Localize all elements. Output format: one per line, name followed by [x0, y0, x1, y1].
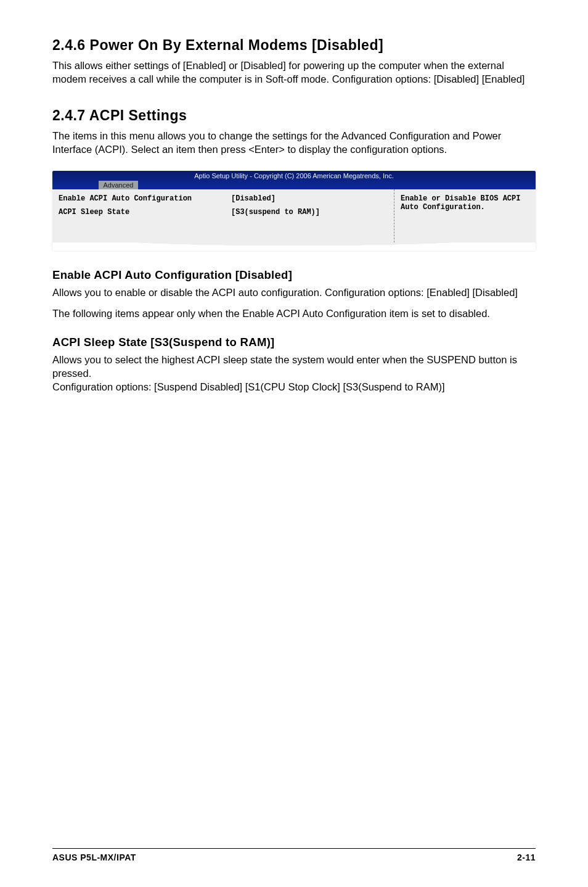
bios-bottom-curve-decoration	[52, 242, 536, 251]
section-247-heading: 2.4.7 ACPI Settings	[52, 107, 536, 124]
bios-row-value: [S3(suspend to RAM)]	[231, 208, 388, 217]
bios-header: Aptio Setup Utility - Copyright (C) 2006…	[52, 171, 536, 189]
sleep-state-heading: ACPI Sleep State [S3(Suspend to RAM)]	[52, 336, 536, 349]
bios-row: Enable ACPI Auto Configuration [Disabled…	[59, 194, 388, 203]
section-247: 2.4.7 ACPI Settings The items in this me…	[52, 107, 536, 157]
sleep-state-block: ACPI Sleep State [S3(Suspend to RAM)] Al…	[52, 336, 536, 394]
bios-row-value: [Disabled]	[231, 194, 388, 203]
enable-acpi-body1: Allows you to enable or disable the ACPI…	[52, 286, 536, 299]
footer-left: ASUS P5L-MX/IPAT	[52, 852, 136, 862]
enable-acpi-heading: Enable ACPI Auto Configuration [Disabled…	[52, 268, 536, 282]
enable-acpi-block: Enable ACPI Auto Configuration [Disabled…	[52, 268, 536, 321]
bios-row-label: ACPI Sleep State	[59, 208, 231, 217]
bios-header-text: Aptio Setup Utility - Copyright (C) 2006…	[52, 172, 536, 179]
bios-panel: Aptio Setup Utility - Copyright (C) 2006…	[52, 171, 536, 251]
sleep-state-body: Allows you to select the highest ACPI sl…	[52, 353, 536, 394]
bios-left-pane: Enable ACPI Auto Configuration [Disabled…	[52, 189, 394, 242]
section-247-body: The items in this menu allows you to cha…	[52, 129, 536, 157]
bios-row: ACPI Sleep State [S3(suspend to RAM)]	[59, 208, 388, 217]
enable-acpi-body2: The following items appear only when the…	[52, 307, 536, 320]
footer-right: 2-11	[517, 852, 536, 862]
bios-body: Enable ACPI Auto Configuration [Disabled…	[52, 189, 536, 242]
bios-tab-advanced: Advanced	[99, 181, 139, 189]
page-footer: ASUS P5L-MX/IPAT 2-11	[52, 848, 536, 862]
bios-help-pane: Enable or Disable BIOS ACPI Auto Configu…	[394, 189, 536, 242]
bios-row-label: Enable ACPI Auto Configuration	[59, 194, 231, 203]
section-246-heading: 2.4.6 Power On By External Modems [Disab…	[52, 37, 536, 54]
section-246-body: This allows either settings of [Enabled]…	[52, 59, 536, 86]
section-246: 2.4.6 Power On By External Modems [Disab…	[52, 37, 536, 86]
